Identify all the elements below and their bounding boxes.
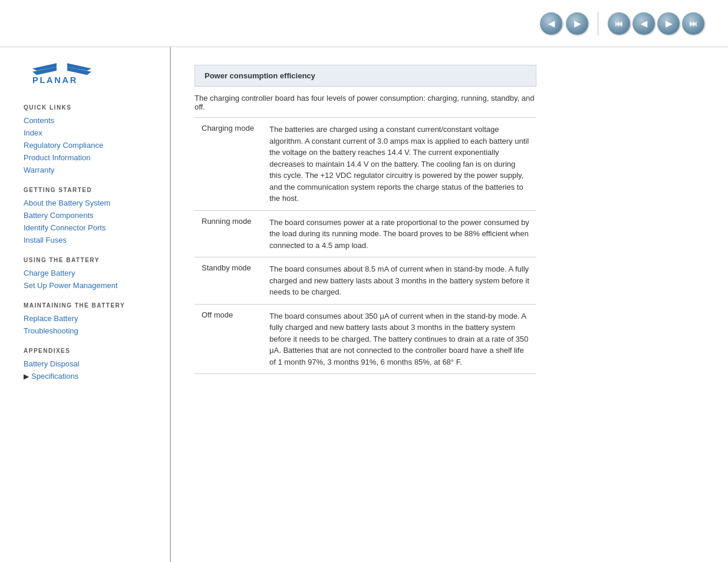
link-replace-battery[interactable]: Replace Battery: [24, 312, 158, 325]
section-title-getting-started: GETTING STARTED: [24, 187, 158, 193]
top-bar: ◀ ▶ ⏮ ◀ ▶ ⏭: [0, 0, 728, 47]
link-specifications[interactable]: ▶ Specifications: [24, 370, 158, 382]
forward-button[interactable]: ▶: [657, 12, 680, 35]
nav-buttons-group: ◀ ▶ ⏮ ◀ ▶ ⏭: [540, 12, 704, 35]
link-power-management[interactable]: Set Up Power Management: [24, 279, 158, 292]
back-button[interactable]: ◀: [633, 12, 655, 35]
link-battery-components[interactable]: Battery Components: [24, 209, 158, 222]
content-section: Power consumption efficiency The chargin…: [195, 65, 536, 374]
desc-standby: The board consumes about 8.5 mA of curre…: [262, 257, 536, 305]
link-warranty[interactable]: Warranty: [24, 164, 158, 176]
link-install-fuses[interactable]: Install Fuses: [24, 234, 158, 246]
link-product-info[interactable]: Product Information: [24, 151, 158, 164]
sidebar: PLANAR QUICK LINKS Contents Index Regula…: [0, 47, 171, 562]
layout: PLANAR QUICK LINKS Contents Index Regula…: [0, 47, 728, 562]
label-running: Running mode: [195, 210, 262, 257]
link-about[interactable]: About the Battery System: [24, 197, 158, 209]
section-intro: The charging controller board has four l…: [195, 86, 536, 117]
desc-off: The board consumes about 350 μA of curre…: [262, 304, 536, 374]
last-button[interactable]: ⏭: [682, 12, 704, 35]
table-row: Off mode The board consumes about 350 μA…: [195, 304, 536, 374]
logo-area: PLANAR: [24, 59, 158, 90]
section-title-maintaining: MAINTAINING THE BATTERY: [24, 302, 158, 309]
link-battery-disposal[interactable]: Battery Disposal: [24, 358, 158, 370]
section-title: Power consumption efficiency: [195, 65, 536, 86]
link-connector-ports[interactable]: Identify Connector Ports: [24, 222, 158, 234]
nav-btn-group: ⏮ ◀ ▶ ⏭: [608, 12, 704, 35]
table-row: Running mode The board consumes power at…: [195, 210, 536, 257]
link-charge-battery[interactable]: Charge Battery: [24, 267, 158, 279]
prev-button[interactable]: ◀: [540, 12, 562, 35]
specifications-label: Specifications: [31, 372, 78, 381]
link-troubleshooting[interactable]: Troubleshooting: [24, 325, 158, 337]
link-regulatory[interactable]: Regulatory Compliance: [24, 139, 158, 151]
section-title-using-battery: USING THE BATTERY: [24, 257, 158, 263]
main-content: Power consumption efficiency The chargin…: [171, 47, 728, 562]
label-charging: Charging mode: [195, 118, 262, 211]
label-off: Off mode: [195, 304, 262, 374]
link-index[interactable]: Index: [24, 127, 158, 139]
section-title-quick-links: QUICK LINKS: [24, 104, 158, 111]
label-standby: Standby mode: [195, 257, 262, 305]
nav-divider: [598, 12, 598, 35]
table-row: Charging mode The batteries are charged …: [195, 118, 536, 211]
first-button[interactable]: ⏮: [608, 12, 630, 35]
desc-charging: The batteries are charged using a consta…: [262, 118, 536, 211]
section-title-appendixes: APPENDIXES: [24, 348, 158, 354]
planar-logo: PLANAR: [24, 59, 100, 88]
power-table: Charging mode The batteries are charged …: [195, 117, 536, 374]
arrow-icon: ▶: [24, 372, 29, 381]
link-contents[interactable]: Contents: [24, 114, 158, 127]
table-row: Standby mode The board consumes about 8.…: [195, 257, 536, 305]
desc-running: The board consumes power at a rate propo…: [262, 210, 536, 257]
next-button[interactable]: ▶: [566, 12, 588, 35]
svg-text:PLANAR: PLANAR: [32, 75, 78, 85]
